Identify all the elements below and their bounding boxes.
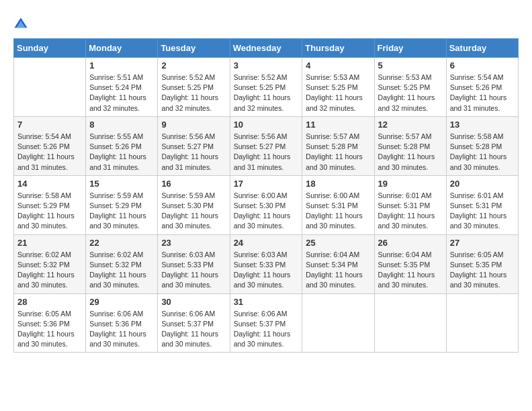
cell-info: Sunrise: 6:02 AMSunset: 5:32 PMDaylight:… — [17, 250, 82, 291]
day-number: 2 — [161, 60, 226, 71]
cell-info: Sunrise: 6:00 AMSunset: 5:30 PMDaylight:… — [234, 191, 299, 232]
day-number: 9 — [161, 120, 226, 130]
day-number: 31 — [234, 297, 299, 307]
day-number: 21 — [17, 238, 82, 248]
cell-info: Sunrise: 5:59 AMSunset: 5:29 PMDaylight:… — [89, 191, 154, 232]
calendar-cell: 28Sunrise: 6:05 AMSunset: 5:36 PMDayligh… — [14, 293, 86, 353]
cell-info: Sunrise: 6:03 AMSunset: 5:33 PMDaylight:… — [161, 250, 226, 291]
calendar-header-row: SundayMondayTuesdayWednesdayThursdayFrid… — [14, 39, 519, 58]
calendar-cell: 6Sunrise: 5:54 AMSunset: 5:26 PMDaylight… — [446, 58, 518, 117]
day-number: 7 — [17, 120, 82, 130]
calendar-cell: 23Sunrise: 6:03 AMSunset: 5:33 PMDayligh… — [158, 234, 230, 293]
cell-info: Sunrise: 5:58 AMSunset: 5:28 PMDaylight:… — [450, 132, 515, 173]
calendar-week-row: 28Sunrise: 6:05 AMSunset: 5:36 PMDayligh… — [14, 293, 519, 353]
day-number: 8 — [89, 120, 154, 130]
calendar-cell: 10Sunrise: 5:56 AMSunset: 5:27 PMDayligh… — [230, 116, 302, 175]
day-number: 15 — [89, 179, 154, 189]
weekday-header-tuesday: Tuesday — [158, 39, 230, 58]
calendar-cell: 12Sunrise: 5:57 AMSunset: 5:28 PMDayligh… — [374, 116, 446, 175]
calendar-cell: 24Sunrise: 6:03 AMSunset: 5:33 PMDayligh… — [230, 234, 302, 293]
calendar-cell: 15Sunrise: 5:59 AMSunset: 5:29 PMDayligh… — [86, 175, 158, 234]
calendar-cell: 29Sunrise: 6:06 AMSunset: 5:36 PMDayligh… — [86, 293, 158, 353]
cell-info: Sunrise: 5:54 AMSunset: 5:26 PMDaylight:… — [17, 132, 82, 173]
calendar-cell: 25Sunrise: 6:04 AMSunset: 5:34 PMDayligh… — [302, 234, 374, 293]
day-number: 19 — [378, 179, 443, 189]
day-number: 20 — [450, 179, 515, 189]
day-number: 26 — [378, 238, 443, 248]
day-number: 11 — [306, 120, 370, 130]
cell-info: Sunrise: 6:02 AMSunset: 5:32 PMDaylight:… — [89, 250, 154, 291]
calendar-cell: 16Sunrise: 5:59 AMSunset: 5:30 PMDayligh… — [158, 175, 230, 234]
calendar-cell: 14Sunrise: 5:58 AMSunset: 5:29 PMDayligh… — [14, 175, 86, 234]
cell-info: Sunrise: 5:51 AMSunset: 5:24 PMDaylight:… — [89, 73, 154, 113]
day-number: 6 — [450, 60, 515, 71]
cell-info: Sunrise: 6:04 AMSunset: 5:35 PMDaylight:… — [378, 250, 443, 291]
day-number: 22 — [89, 238, 154, 248]
day-number: 12 — [378, 120, 443, 130]
cell-info: Sunrise: 6:06 AMSunset: 5:37 PMDaylight:… — [161, 309, 226, 350]
cell-info: Sunrise: 6:01 AMSunset: 5:31 PMDaylight:… — [378, 191, 443, 232]
cell-info: Sunrise: 5:56 AMSunset: 5:27 PMDaylight:… — [161, 132, 226, 173]
cell-info: Sunrise: 6:04 AMSunset: 5:34 PMDaylight:… — [306, 250, 370, 291]
weekday-header-wednesday: Wednesday — [230, 39, 302, 58]
cell-info: Sunrise: 5:52 AMSunset: 5:25 PMDaylight:… — [234, 73, 299, 113]
cell-info: Sunrise: 5:54 AMSunset: 5:26 PMDaylight:… — [450, 73, 515, 113]
cell-info: Sunrise: 6:03 AMSunset: 5:33 PMDaylight:… — [234, 250, 299, 291]
day-number: 24 — [234, 238, 299, 248]
cell-info: Sunrise: 5:53 AMSunset: 5:25 PMDaylight:… — [378, 73, 443, 113]
calendar-cell: 2Sunrise: 5:52 AMSunset: 5:25 PMDaylight… — [158, 58, 230, 117]
cell-info: Sunrise: 6:06 AMSunset: 5:36 PMDaylight:… — [89, 309, 154, 350]
cell-info: Sunrise: 6:06 AMSunset: 5:37 PMDaylight:… — [234, 309, 299, 350]
calendar-week-row: 7Sunrise: 5:54 AMSunset: 5:26 PMDaylight… — [14, 116, 519, 175]
day-number: 29 — [89, 297, 154, 307]
weekday-header-thursday: Thursday — [302, 39, 374, 58]
day-number: 4 — [306, 60, 370, 71]
calendar-cell: 13Sunrise: 5:58 AMSunset: 5:28 PMDayligh… — [446, 116, 518, 175]
cell-info: Sunrise: 6:00 AMSunset: 5:31 PMDaylight:… — [306, 191, 370, 232]
calendar-cell: 11Sunrise: 5:57 AMSunset: 5:28 PMDayligh… — [302, 116, 374, 175]
page-header — [13, 13, 519, 32]
weekday-header-sunday: Sunday — [14, 39, 86, 58]
calendar-cell: 7Sunrise: 5:54 AMSunset: 5:26 PMDaylight… — [14, 116, 86, 175]
calendar-cell: 18Sunrise: 6:00 AMSunset: 5:31 PMDayligh… — [302, 175, 374, 234]
cell-info: Sunrise: 5:56 AMSunset: 5:27 PMDaylight:… — [234, 132, 299, 173]
cell-info: Sunrise: 5:55 AMSunset: 5:26 PMDaylight:… — [89, 132, 154, 173]
day-number: 14 — [17, 179, 82, 189]
cell-info: Sunrise: 5:57 AMSunset: 5:28 PMDaylight:… — [378, 132, 443, 173]
cell-info: Sunrise: 6:05 AMSunset: 5:35 PMDaylight:… — [450, 250, 515, 291]
calendar-week-row: 14Sunrise: 5:58 AMSunset: 5:29 PMDayligh… — [14, 175, 519, 234]
calendar-cell: 17Sunrise: 6:00 AMSunset: 5:30 PMDayligh… — [230, 175, 302, 234]
cell-info: Sunrise: 5:53 AMSunset: 5:25 PMDaylight:… — [306, 73, 370, 113]
day-number: 28 — [17, 297, 82, 307]
day-number: 13 — [450, 120, 515, 130]
calendar-cell: 19Sunrise: 6:01 AMSunset: 5:31 PMDayligh… — [374, 175, 446, 234]
day-number: 5 — [378, 60, 443, 71]
calendar-cell: 20Sunrise: 6:01 AMSunset: 5:31 PMDayligh… — [446, 175, 518, 234]
calendar-cell: 5Sunrise: 5:53 AMSunset: 5:25 PMDaylight… — [374, 58, 446, 117]
calendar-cell: 9Sunrise: 5:56 AMSunset: 5:27 PMDaylight… — [158, 116, 230, 175]
calendar-cell: 21Sunrise: 6:02 AMSunset: 5:32 PMDayligh… — [14, 234, 86, 293]
calendar-week-row: 1Sunrise: 5:51 AMSunset: 5:24 PMDaylight… — [14, 58, 519, 117]
calendar-cell: 30Sunrise: 6:06 AMSunset: 5:37 PMDayligh… — [158, 293, 230, 353]
calendar-cell — [302, 293, 374, 353]
calendar-cell — [14, 58, 86, 117]
calendar-cell — [446, 293, 518, 353]
cell-info: Sunrise: 6:05 AMSunset: 5:36 PMDaylight:… — [17, 309, 82, 350]
weekday-header-monday: Monday — [86, 39, 158, 58]
day-number: 1 — [89, 60, 154, 71]
calendar-week-row: 21Sunrise: 6:02 AMSunset: 5:32 PMDayligh… — [14, 234, 519, 293]
day-number: 16 — [161, 179, 226, 189]
cell-info: Sunrise: 6:01 AMSunset: 5:31 PMDaylight:… — [450, 191, 515, 232]
day-number: 17 — [234, 179, 299, 189]
generalblue-icon — [13, 17, 28, 32]
logo — [13, 17, 31, 32]
weekday-header-friday: Friday — [374, 39, 446, 58]
day-number: 23 — [161, 238, 226, 248]
calendar-cell: 8Sunrise: 5:55 AMSunset: 5:26 PMDaylight… — [86, 116, 158, 175]
calendar-cell: 1Sunrise: 5:51 AMSunset: 5:24 PMDaylight… — [86, 58, 158, 117]
calendar-cell: 4Sunrise: 5:53 AMSunset: 5:25 PMDaylight… — [302, 58, 374, 117]
cell-info: Sunrise: 5:58 AMSunset: 5:29 PMDaylight:… — [17, 191, 82, 232]
day-number: 18 — [306, 179, 370, 189]
day-number: 30 — [161, 297, 226, 307]
cell-info: Sunrise: 5:59 AMSunset: 5:30 PMDaylight:… — [161, 191, 226, 232]
